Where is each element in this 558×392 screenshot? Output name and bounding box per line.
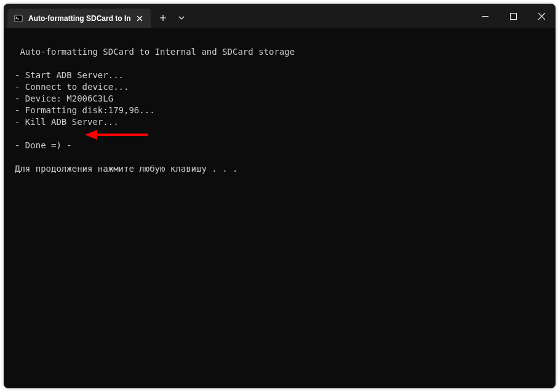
tab-title: Auto-formatting SDCard to In xyxy=(28,14,131,23)
terminal-line: - Connect to device... xyxy=(6,81,553,93)
tab-active[interactable]: Auto-formatting SDCard to In xyxy=(7,9,151,28)
terminal-line: - Kill ADB Server... xyxy=(6,116,553,128)
new-tab-button[interactable] xyxy=(153,8,173,28)
terminal-line: - Start ADB Server... xyxy=(6,70,553,81)
titlebar: Auto-formatting SDCard to In xyxy=(4,4,556,28)
minimize-button[interactable] xyxy=(471,4,499,28)
tab-area: Auto-formatting SDCard to In xyxy=(4,4,190,28)
svg-rect-7 xyxy=(510,13,516,19)
terminal-line: Для продолжения нажмите любую клавишу . … xyxy=(6,163,553,175)
tab-close-button[interactable] xyxy=(135,14,145,23)
terminal-line: - Formatting disk:179,96... xyxy=(6,105,553,116)
close-button[interactable] xyxy=(527,4,556,28)
terminal-content[interactable]: Auto-formatting SDCard to Internal and S… xyxy=(4,28,556,388)
terminal-line: - Device: M2006C3LG xyxy=(6,93,553,105)
svg-rect-0 xyxy=(15,15,22,22)
tab-dropdown-button[interactable] xyxy=(173,8,190,28)
console-icon xyxy=(14,14,23,23)
terminal-line: Auto-formatting SDCard to Internal and S… xyxy=(6,46,553,58)
terminal-line: - Done =) - xyxy=(6,140,553,151)
maximize-button[interactable] xyxy=(499,4,527,28)
terminal-window: Auto-formatting SDCard to In xyxy=(4,4,556,388)
window-controls xyxy=(471,4,556,28)
